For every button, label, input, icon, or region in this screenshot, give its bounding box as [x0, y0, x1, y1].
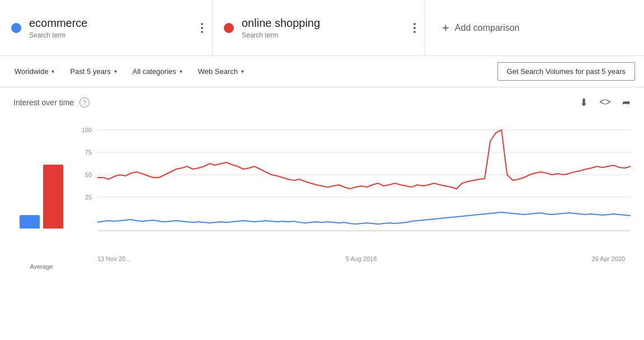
header-bar: ecommerce Search term online shopping Se… — [0, 0, 644, 56]
interest-over-time-section: Interest over time ? ⬇ <> ➦ Average — [0, 87, 644, 270]
categories-filter[interactable]: All categories ▾ — [127, 64, 188, 79]
search-type-filter[interactable]: Web Search ▾ — [192, 64, 250, 79]
region-filter[interactable]: Worldwide ▾ — [9, 64, 60, 79]
term1-label: ecommerce — [29, 17, 87, 30]
interest-header: Interest over time ? ⬇ <> ➦ — [13, 96, 631, 109]
filter-bar: Worldwide ▾ Past 5 years ▾ All categorie… — [0, 56, 644, 87]
share-icon[interactable]: ➦ — [622, 96, 631, 109]
region-chevron-icon: ▾ — [51, 68, 54, 74]
chart-svg-element: 100 75 50 25 — [81, 119, 631, 253]
x-label-2: 5 Aug 2018 — [346, 255, 377, 262]
search-term-2: online shopping Search term — [213, 0, 425, 55]
categories-chevron-icon: ▾ — [180, 68, 182, 74]
get-search-volumes-button[interactable]: Get Search Volumes for past 5 years — [497, 62, 635, 81]
period-chevron-icon: ▾ — [114, 68, 117, 74]
x-axis-labels: 13 Nov 20... 5 Aug 2018 26 Apr 2020 — [97, 253, 631, 262]
svg-text:25: 25 — [85, 194, 92, 201]
categories-label: All categories — [133, 67, 176, 76]
avg-bar-red — [43, 165, 63, 229]
term1-text: ecommerce Search term — [29, 17, 87, 39]
red-line — [97, 130, 631, 189]
help-icon[interactable]: ? — [79, 97, 90, 108]
chart-container: Average 100 75 50 25 — [13, 113, 631, 270]
svg-text:50: 50 — [85, 171, 92, 178]
period-label: Past 5 years — [70, 67, 110, 76]
line-chart-area: 100 75 50 25 13 Nov 20... 5 Aug 2018 26 … — [81, 119, 631, 270]
avg-bar-blue — [20, 215, 40, 229]
term2-dot — [224, 23, 234, 33]
chart-svg: 100 75 50 25 — [81, 119, 631, 253]
region-label: Worldwide — [15, 67, 48, 76]
search-term-1: ecommerce Search term — [0, 0, 213, 55]
period-filter[interactable]: Past 5 years ▾ — [64, 64, 122, 79]
term2-label: online shopping — [242, 17, 320, 30]
add-comparison-label: Add comparison — [455, 23, 520, 33]
svg-text:75: 75 — [85, 149, 92, 156]
plus-icon: + — [442, 21, 449, 35]
download-icon[interactable]: ⬇ — [580, 96, 588, 109]
term2-text: online shopping Search term — [242, 17, 320, 39]
average-label: Average — [30, 263, 53, 270]
svg-text:100: 100 — [82, 127, 92, 133]
interest-title-group: Interest over time ? — [13, 97, 90, 108]
x-label-1: 13 Nov 20... — [97, 255, 130, 262]
average-bars-section: Average — [13, 119, 69, 270]
term2-subtitle: Search term — [242, 31, 320, 39]
x-label-3: 26 Apr 2020 — [592, 255, 625, 262]
interest-actions: ⬇ <> ➦ — [580, 96, 631, 109]
blue-line — [97, 212, 631, 224]
interest-title-text: Interest over time — [13, 98, 74, 107]
search-type-chevron-icon: ▾ — [241, 68, 244, 74]
term1-menu-button[interactable] — [201, 23, 203, 33]
term2-menu-button[interactable] — [413, 23, 416, 33]
search-type-label: Web Search — [198, 67, 238, 76]
add-comparison-button[interactable]: + Add comparison — [425, 0, 644, 55]
embed-icon[interactable]: <> — [599, 96, 611, 109]
term1-dot — [11, 23, 21, 33]
term1-subtitle: Search term — [29, 31, 87, 39]
bars-wrapper — [20, 119, 63, 242]
